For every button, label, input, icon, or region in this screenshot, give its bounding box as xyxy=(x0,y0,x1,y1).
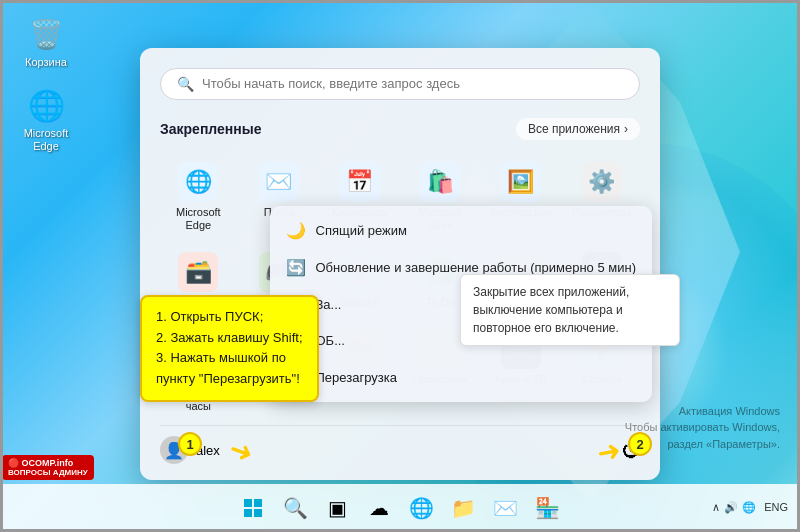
taskbar-store[interactable]: 🏪 xyxy=(529,490,565,526)
step-1-label: 1 xyxy=(186,437,193,452)
restart-item[interactable]: ↺ Перезагрузка xyxy=(270,359,653,396)
task-view-button[interactable]: ▣ xyxy=(319,490,355,526)
instruction-line-4: пункту "Перезагрузить"! xyxy=(156,369,303,390)
step-1-badge: 1 xyxy=(178,432,202,456)
update-shutdown-label: Обновление и завершение работы (примерно… xyxy=(316,260,637,275)
edge-desktop-label: MicrosoftEdge xyxy=(24,127,69,153)
edge-desktop-image: 🌐 xyxy=(26,85,66,125)
ocomp-subtitle: ВОПРОСЫ АДМИНУ xyxy=(8,468,88,477)
taskbar-store-icon: 🏪 xyxy=(535,496,560,520)
app-edge-label: Microsoft Edge xyxy=(164,206,233,232)
app-office-icon: 🗃️ xyxy=(178,252,218,292)
taskbar-search-icon: 🔍 xyxy=(283,496,308,520)
shutdown-label: За... xyxy=(316,297,342,312)
chevron-right-icon: › xyxy=(624,122,628,136)
pinned-title: Закрепленные xyxy=(160,121,262,137)
volume-icon[interactable]: 🔊 xyxy=(724,501,738,514)
app-edge-icon: 🌐 xyxy=(178,162,218,202)
time-display[interactable]: ENG xyxy=(764,500,788,515)
update-shutdown-icon: 🔄 xyxy=(286,258,306,277)
activation-line-1: Активация Windows xyxy=(625,403,780,420)
tray-expand-icon[interactable]: ∧ xyxy=(712,501,720,514)
taskbar-right: ∧ 🔊 🌐 ENG xyxy=(712,500,788,515)
step-2-badge: 2 xyxy=(628,432,652,456)
instruction-line-3: 3. Нажать мышкой по xyxy=(156,348,303,369)
taskbar-explorer[interactable]: 📁 xyxy=(445,490,481,526)
taskbar-edge[interactable]: 🌐 xyxy=(403,490,439,526)
taskbar-explorer-icon: 📁 xyxy=(451,496,476,520)
sleep-icon: 🌙 xyxy=(286,221,306,240)
all-apps-label: Все приложения xyxy=(528,122,620,136)
svg-rect-1 xyxy=(254,499,262,507)
app-mail-icon: ✉️ xyxy=(259,162,299,202)
app-settings-icon: ⚙️ xyxy=(582,162,622,202)
desktop-icons-area: 🗑️ Корзина 🌐 MicrosoftEdge xyxy=(10,10,82,158)
taskbar-mail[interactable]: ✉️ xyxy=(487,490,523,526)
restart-label: Перезагрузка xyxy=(316,370,397,385)
edge-desktop-icon[interactable]: 🌐 MicrosoftEdge xyxy=(10,81,82,157)
taskbar-search-button[interactable]: 🔍 xyxy=(277,490,313,526)
ocomp-name: 🔴 OCOMP.info xyxy=(8,458,88,468)
recycle-bin-image: 🗑️ xyxy=(26,14,66,54)
svg-rect-2 xyxy=(244,509,252,517)
system-tray: ∧ 🔊 🌐 xyxy=(712,501,756,514)
taskbar-center: 🔍 ▣ ☁ 🌐 📁 ✉️ 🏪 xyxy=(235,490,565,526)
pinned-header: Закрепленные Все приложения › xyxy=(160,118,640,140)
app-edge[interactable]: 🌐 Microsoft Edge xyxy=(160,154,237,240)
start-search-icon: 🔍 xyxy=(177,76,194,92)
tooltip-text: Закрытие всех приложений, выключение ком… xyxy=(473,285,629,335)
instruction-box: 1. Открыть ПУСК; 2. Зажать клавишу Shift… xyxy=(140,295,319,402)
recycle-bin-label: Корзина xyxy=(25,56,67,69)
taskbar: 🔍 ▣ ☁ 🌐 📁 ✉️ 🏪 ∧ 🔊 xyxy=(0,484,800,532)
start-search-bar[interactable]: 🔍 xyxy=(160,68,640,100)
desktop: 🗑️ Корзина 🌐 MicrosoftEdge 🔍 Закрепленны… xyxy=(0,0,800,532)
clock-time: ENG xyxy=(764,500,788,515)
instruction-line-1: 1. Открыть ПУСК; xyxy=(156,307,303,328)
instruction-line-2: 2. Зажать клавишу Shift; xyxy=(156,328,303,349)
start-button[interactable] xyxy=(235,490,271,526)
restart-update-label: ОБ... xyxy=(316,333,345,348)
sleep-item[interactable]: 🌙 Спящий режим xyxy=(270,212,653,249)
widgets-button[interactable]: ☁ xyxy=(361,490,397,526)
network-icon[interactable]: 🌐 xyxy=(742,501,756,514)
widgets-icon: ☁ xyxy=(369,496,389,520)
ocomp-logo: 🔴 OCOMP.info ВОПРОСЫ АДМИНУ xyxy=(2,455,94,480)
app-photos-icon: 🖼️ xyxy=(501,162,541,202)
step-2-label: 2 xyxy=(636,437,643,452)
start-search-input[interactable] xyxy=(202,76,623,91)
taskbar-mail-icon: ✉️ xyxy=(493,496,518,520)
taskbar-edge-icon: 🌐 xyxy=(409,496,434,520)
task-view-icon: ▣ xyxy=(328,496,347,520)
activation-line-2: Чтобы активировать Windows, xyxy=(625,419,780,436)
restart-tooltip: Закрытие всех приложений, выключение ком… xyxy=(460,274,680,346)
app-store-icon: 🛍️ xyxy=(420,162,460,202)
all-apps-button[interactable]: Все приложения › xyxy=(516,118,640,140)
windows-logo-icon xyxy=(244,499,262,517)
svg-rect-3 xyxy=(254,509,262,517)
recycle-bin-icon[interactable]: 🗑️ Корзина xyxy=(10,10,82,73)
sleep-label: Спящий режим xyxy=(316,223,408,238)
svg-rect-0 xyxy=(244,499,252,507)
app-calendar-icon: 📅 xyxy=(340,162,380,202)
